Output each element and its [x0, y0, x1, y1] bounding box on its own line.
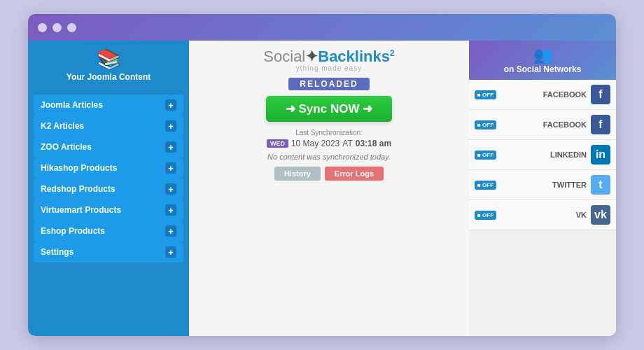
- social-network-name: TWITTER: [500, 181, 587, 189]
- toggle-off[interactable]: ■ OFF: [475, 120, 496, 130]
- toggle-off[interactable]: ■ OFF: [475, 211, 496, 220]
- logo-area: Social✦Backlinks2 ything made easy: [263, 48, 394, 72]
- li-icon: in: [591, 145, 610, 164]
- social-network-name: LINKEDIN: [500, 150, 587, 159]
- sidebar-item-label: Hikashop Products: [41, 163, 117, 173]
- fb-icon: f: [591, 85, 610, 104]
- people-icon: 👥: [533, 46, 552, 64]
- plus-icon: +: [165, 183, 176, 195]
- window-dot-1: [38, 23, 47, 32]
- books-icon: 📚: [97, 48, 121, 71]
- social-network-name: FACEBOOK: [500, 90, 587, 99]
- window-dot-2: [52, 23, 62, 32]
- plus-icon: +: [165, 246, 176, 258]
- titlebar: [28, 14, 616, 41]
- logo-title: Social✦Backlinks2: [263, 48, 394, 66]
- sidebar: 📚 Your Joomla Content Joomla Articles+K2…: [28, 41, 189, 336]
- sidebar-item-label: Redshop Products: [41, 184, 115, 194]
- social-row-facebook[interactable]: ■ OFF FACEBOOK f: [469, 80, 616, 110]
- sidebar-item-zoo-articles[interactable]: ZOO Articles+: [34, 136, 183, 158]
- toggle-off[interactable]: ■ OFF: [475, 150, 496, 160]
- social-row-vk[interactable]: ■ OFF VK vk: [469, 200, 616, 230]
- social-network-name: FACEBOOK: [500, 120, 587, 129]
- sidebar-item-redshop-products[interactable]: Redshop Products+: [34, 178, 183, 200]
- logo-backlinks: Backlinks: [318, 48, 390, 65]
- sync-label: ➜ Sync NOW ➜: [286, 102, 372, 116]
- toggle-off[interactable]: ■ OFF: [475, 90, 496, 99]
- sync-date: 10 May 2023: [291, 139, 340, 148]
- main-content: 📚 Your Joomla Content Joomla Articles+K2…: [28, 41, 616, 336]
- sidebar-item-label: K2 Articles: [41, 121, 84, 131]
- social-row-facebook[interactable]: ■ OFF FACEBOOK f: [469, 110, 616, 140]
- right-panel: 👥 on Social Networks ■ OFF FACEBOOK f ■ …: [469, 41, 616, 336]
- last-sync-label: Last Synchronization:: [295, 129, 363, 136]
- center-panel: Social✦Backlinks2 ything made easy Reloa…: [189, 41, 469, 336]
- sidebar-header-label: Your Joomla Content: [66, 72, 150, 82]
- sidebar-item-label: Virtuemart Products: [41, 205, 121, 215]
- day-badge: WED: [267, 139, 288, 148]
- sync-now-button[interactable]: ➜ Sync NOW ➜: [266, 96, 392, 122]
- plus-icon: +: [165, 120, 176, 132]
- sync-time: 03:18 am: [356, 139, 391, 148]
- sidebar-item-k2-articles[interactable]: K2 Articles+: [34, 115, 183, 136]
- sidebar-item-hikashop-products[interactable]: Hikashop Products+: [34, 158, 183, 178]
- sidebar-item-label: ZOO Articles: [41, 142, 92, 152]
- plus-icon: +: [165, 141, 176, 153]
- right-panel-label: on Social Networks: [504, 64, 582, 74]
- sidebar-item-label: Joomla Articles: [41, 100, 103, 110]
- sidebar-header: 📚 Your Joomla Content: [34, 48, 183, 86]
- social-network-name: VK: [500, 211, 587, 219]
- social-networks-list: ■ OFF FACEBOOK f ■ OFF FACEBOOK f ■ OFF …: [469, 80, 616, 230]
- last-sync-date: WED 10 May 2023 AT 03:18 am: [267, 139, 391, 148]
- at-label: AT: [342, 139, 352, 148]
- plus-icon: +: [165, 225, 176, 237]
- plus-icon: +: [165, 162, 176, 174]
- no-content-message: No content was synchronized today.: [267, 153, 391, 161]
- tw-icon: t: [591, 175, 610, 195]
- reloaded-badge: Reloaded: [288, 78, 369, 90]
- social-row-twitter[interactable]: ■ OFF TWITTER t: [469, 170, 616, 200]
- window-dot-3: [67, 23, 76, 32]
- sidebar-item-eshop-products[interactable]: Eshop Products+: [34, 220, 183, 241]
- logo-social: Social: [263, 48, 305, 65]
- error-logs-button[interactable]: Error Logs: [325, 167, 384, 181]
- vk-icon: vk: [591, 205, 610, 225]
- fb-icon: f: [591, 115, 610, 134]
- sidebar-item-settings[interactable]: Settings+: [34, 241, 183, 262]
- sidebar-item-joomla-articles[interactable]: Joomla Articles+: [34, 94, 183, 115]
- sidebar-item-label: Eshop Products: [41, 226, 105, 236]
- plus-icon: +: [165, 99, 176, 111]
- main-window: 📚 Your Joomla Content Joomla Articles+K2…: [28, 14, 616, 336]
- action-buttons: History Error Logs: [274, 167, 384, 181]
- history-button[interactable]: History: [274, 167, 321, 181]
- toggle-off[interactable]: ■ OFF: [475, 181, 496, 190]
- plus-icon: +: [165, 204, 176, 216]
- sidebar-item-label: Settings: [41, 247, 74, 257]
- social-row-linkedin[interactable]: ■ OFF LINKEDIN in: [469, 140, 616, 170]
- sidebar-item-virtuemart-products[interactable]: Virtuemart Products+: [34, 200, 183, 220]
- logo-sup: 2: [390, 48, 395, 58]
- right-panel-header: 👥 on Social Networks: [469, 41, 616, 80]
